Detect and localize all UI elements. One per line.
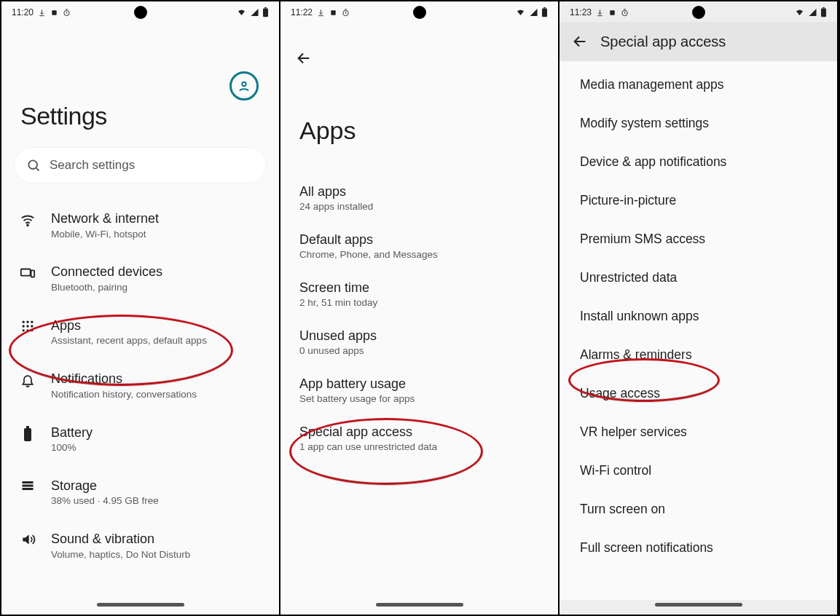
settings-item-network[interactable]: Network & internet Mobile, Wi-Fi, hotspo… bbox=[1, 199, 279, 252]
item-sub: 38% used · 4.95 GB free bbox=[51, 495, 266, 508]
item-sub: 2 hr, 51 min today bbox=[299, 297, 539, 308]
camera-notch bbox=[134, 6, 147, 19]
devices-icon bbox=[17, 264, 38, 281]
profile-button[interactable] bbox=[229, 71, 259, 100]
svg-rect-20 bbox=[23, 481, 34, 483]
access-item-modify-system[interactable]: Modify system settings bbox=[560, 104, 837, 143]
svg-rect-2 bbox=[263, 8, 268, 17]
battery-icon bbox=[17, 425, 38, 442]
item-title: Connected devices bbox=[51, 264, 266, 280]
access-item-usage-access[interactable]: Usage access bbox=[560, 374, 837, 413]
apps-item-unused-apps[interactable]: Unused apps 0 unused apps bbox=[280, 318, 558, 366]
apps-item-battery-usage[interactable]: App battery usage Set battery usage for … bbox=[280, 366, 558, 414]
apps-icon bbox=[17, 317, 38, 333]
access-item-alarms-reminders[interactable]: Alarms & reminders bbox=[560, 336, 837, 374]
access-item-turn-screen-on[interactable]: Turn screen on bbox=[560, 490, 837, 529]
download-icon bbox=[317, 9, 325, 17]
signal-icon bbox=[808, 8, 817, 17]
gesture-nav-bar[interactable] bbox=[560, 600, 837, 615]
settings-item-storage[interactable]: Storage 38% used · 4.95 GB free bbox=[1, 466, 279, 519]
svg-rect-0 bbox=[52, 10, 56, 15]
svg-point-6 bbox=[27, 224, 28, 226]
screenshot-icon bbox=[329, 9, 337, 17]
item-sub: Set battery usage for apps bbox=[299, 393, 539, 404]
gesture-nav-bar[interactable] bbox=[1, 600, 279, 615]
svg-rect-25 bbox=[542, 8, 547, 17]
svg-point-11 bbox=[31, 320, 33, 323]
access-item-wifi-control[interactable]: Wi-Fi control bbox=[560, 451, 837, 490]
apps-item-default-apps[interactable]: Default apps Chrome, Phone, and Messages bbox=[280, 222, 558, 270]
search-settings[interactable]: Search settings bbox=[15, 148, 266, 183]
item-title: Default apps bbox=[299, 232, 539, 248]
svg-point-12 bbox=[23, 325, 25, 327]
svg-point-15 bbox=[23, 329, 25, 331]
access-item-media-management[interactable]: Media management apps bbox=[560, 66, 837, 104]
signal-icon bbox=[250, 8, 259, 17]
apps-item-special-access[interactable]: Special app access 1 app can use unrestr… bbox=[280, 414, 558, 462]
svg-rect-23 bbox=[331, 10, 335, 15]
svg-rect-19 bbox=[26, 426, 29, 428]
battery-icon bbox=[820, 7, 827, 17]
item-title: App battery usage bbox=[299, 376, 539, 392]
page-title: Special app access bbox=[600, 33, 726, 50]
item-title: All apps bbox=[299, 184, 539, 200]
item-title: Storage bbox=[51, 478, 266, 494]
bell-icon bbox=[17, 371, 38, 388]
clock: 11:23 bbox=[570, 7, 592, 17]
settings-item-notifications[interactable]: Notifications Notification history, conv… bbox=[1, 359, 279, 412]
svg-rect-8 bbox=[31, 271, 35, 277]
access-item-pip[interactable]: Picture-in-picture bbox=[560, 181, 837, 220]
apps-item-screen-time[interactable]: Screen time 2 hr, 51 min today bbox=[280, 270, 558, 318]
timer-icon bbox=[63, 9, 71, 17]
phone-apps: 11:22 Apps All apps 24 apps installed bbox=[280, 1, 560, 615]
item-sub: Volume, haptics, Do Not Disturb bbox=[51, 549, 266, 561]
settings-item-connected-devices[interactable]: Connected devices Bluetooth, pairing bbox=[1, 252, 279, 305]
item-title: Special app access bbox=[299, 425, 539, 440]
settings-item-sound[interactable]: Sound & vibration Volume, haptics, Do No… bbox=[1, 519, 279, 572]
item-title: Screen time bbox=[299, 280, 539, 296]
item-sub: 1 app can use unrestricted data bbox=[299, 441, 539, 452]
top-app-bar: Special app access bbox=[560, 22, 837, 61]
settings-item-battery[interactable]: Battery 100% bbox=[1, 413, 279, 466]
settings-item-apps[interactable]: Apps Assistant, recent apps, default app… bbox=[1, 306, 279, 359]
svg-point-14 bbox=[31, 325, 33, 327]
clock: 11:20 bbox=[12, 7, 34, 17]
signal-icon bbox=[529, 8, 538, 17]
page-title: Settings bbox=[20, 102, 279, 130]
page-title: Apps bbox=[299, 117, 558, 145]
item-sub: Mobile, Wi-Fi, hotspot bbox=[51, 229, 266, 241]
access-item-unknown-apps[interactable]: Install unknown apps bbox=[560, 297, 837, 336]
item-title: Network & internet bbox=[51, 210, 266, 227]
item-title: Sound & vibration bbox=[51, 531, 266, 548]
back-button[interactable] bbox=[289, 44, 318, 73]
gesture-nav-bar[interactable] bbox=[280, 600, 558, 615]
svg-point-5 bbox=[28, 160, 37, 169]
battery-icon bbox=[262, 7, 269, 17]
wifi-icon bbox=[794, 8, 805, 17]
back-button[interactable] bbox=[565, 27, 594, 56]
svg-rect-18 bbox=[24, 428, 31, 441]
svg-rect-26 bbox=[543, 7, 546, 8]
item-title: Battery bbox=[51, 425, 266, 441]
svg-rect-29 bbox=[821, 8, 826, 17]
download-icon bbox=[38, 9, 46, 17]
apps-item-all-apps[interactable]: All apps 24 apps installed bbox=[280, 174, 558, 222]
storage-icon bbox=[17, 478, 38, 492]
search-placeholder: Search settings bbox=[50, 158, 135, 173]
item-sub: 24 apps installed bbox=[299, 201, 539, 212]
svg-point-17 bbox=[31, 329, 33, 331]
access-item-premium-sms[interactable]: Premium SMS access bbox=[560, 220, 837, 258]
access-item-full-screen-notifs[interactable]: Full screen notifications bbox=[560, 529, 837, 567]
access-item-device-notifications[interactable]: Device & app notifications bbox=[560, 143, 837, 181]
svg-rect-30 bbox=[823, 7, 825, 8]
battery-icon bbox=[541, 7, 548, 17]
download-icon bbox=[596, 9, 604, 17]
svg-point-10 bbox=[26, 320, 28, 323]
svg-rect-22 bbox=[23, 488, 34, 490]
access-item-vr-helper[interactable]: VR helper services bbox=[560, 413, 837, 451]
access-item-unrestricted-data[interactable]: Unrestricted data bbox=[560, 258, 837, 297]
screenshot-icon bbox=[50, 9, 58, 17]
svg-rect-21 bbox=[23, 484, 34, 486]
svg-rect-27 bbox=[610, 10, 614, 15]
svg-point-16 bbox=[26, 329, 28, 331]
